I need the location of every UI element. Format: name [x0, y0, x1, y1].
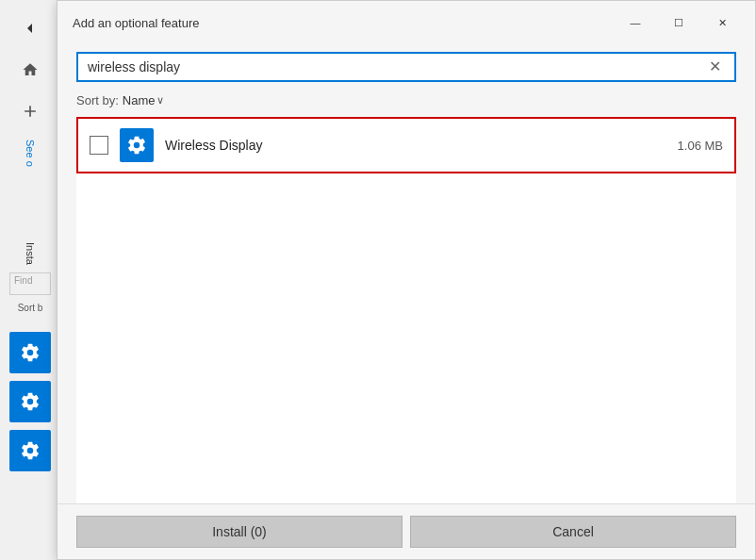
- minimize-button[interactable]: —: [614, 8, 657, 37]
- install-button[interactable]: Install (0): [76, 516, 403, 548]
- search-container[interactable]: ✕: [76, 52, 736, 82]
- sort-value[interactable]: Name: [123, 93, 156, 107]
- dialog-footer: Install (0) Cancel: [58, 503, 755, 559]
- sort-by-label: Sort by:: [76, 93, 119, 107]
- search-input[interactable]: [88, 59, 705, 74]
- feature-checkbox[interactable]: [90, 136, 108, 155]
- dialog-title: Add an optional feature: [73, 16, 199, 30]
- close-button[interactable]: ✕: [700, 8, 744, 37]
- feature-item-wireless-display[interactable]: Wireless Display 1.06 MB: [76, 117, 736, 173]
- maximize-button[interactable]: ☐: [657, 8, 700, 37]
- dialog-body: ✕ Sort by: Name ∨ Wireless Display: [58, 41, 755, 503]
- search-clear-button[interactable]: ✕: [705, 59, 725, 74]
- feature-name: Wireless Display: [165, 138, 678, 153]
- gear-icon-bg-1: [9, 332, 51, 373]
- dialog: Add an optional feature — ☐ ✕ ✕ Sort by:…: [57, 0, 756, 560]
- title-bar: Add an optional feature — ☐ ✕: [58, 1, 755, 41]
- gear-icon-bg-2: [9, 381, 51, 422]
- home-button[interactable]: [11, 51, 49, 89]
- see-optional-link[interactable]: See o: [25, 140, 36, 167]
- sort-label-bg: Sort b: [18, 303, 43, 313]
- chevron-down-icon[interactable]: ∨: [156, 94, 164, 107]
- add-button[interactable]: [11, 92, 49, 130]
- back-button[interactable]: [11, 9, 49, 47]
- cancel-button[interactable]: Cancel: [410, 516, 736, 548]
- feature-list: Wireless Display 1.06 MB: [76, 117, 736, 503]
- window-controls: — ☐ ✕: [614, 8, 744, 37]
- sort-bar: Sort by: Name ∨: [76, 93, 736, 107]
- gear-icon-bg-3: [9, 430, 51, 471]
- feature-gear-icon: [120, 128, 154, 162]
- outer-window: See o Insta Find Sort b Add an optional …: [0, 0, 756, 560]
- find-input-bg[interactable]: Find: [9, 272, 51, 295]
- feature-size: 1.06 MB: [678, 139, 723, 153]
- bg-sidebar-panel: See o Insta Find Sort b: [0, 0, 61, 560]
- installed-label: Insta: [25, 242, 36, 265]
